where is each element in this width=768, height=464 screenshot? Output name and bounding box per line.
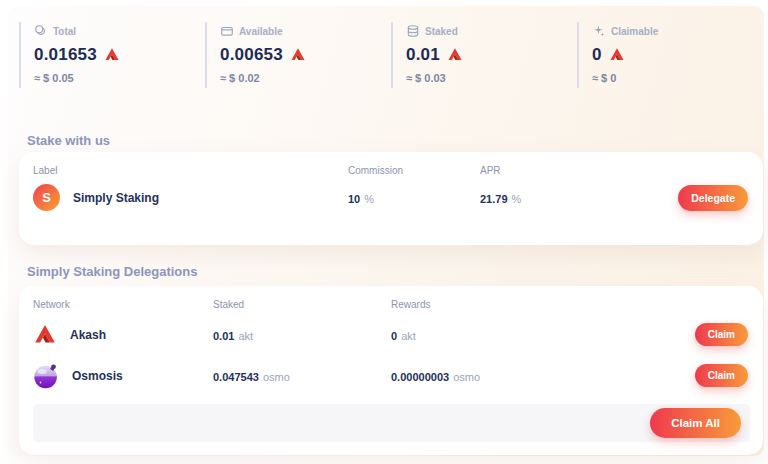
commission-unit: % (364, 193, 374, 205)
stat-card-claimable: Claimable 0 ≈ $ 0 (577, 22, 763, 88)
stat-fiat: ≈ $ 0.02 (220, 72, 385, 84)
section-title-delegations: Simply Staking Delegations (27, 264, 198, 279)
stake-with-us-panel: Label Commission APR S Simply Staking 10… (19, 152, 763, 245)
network-name: Osmosis (72, 369, 123, 383)
claim-all-bar: Claim All (33, 404, 750, 442)
stat-label: Staked (425, 26, 458, 37)
balance-stats-row: Total 0.01653 ≈ $ 0.05 Available 0.00653… (19, 22, 763, 88)
stat-value: 0.00653 (220, 45, 283, 65)
rewards-unit: osmo (453, 371, 480, 383)
staked-unit: akt (238, 330, 253, 342)
stat-fiat: ≈ $ 0.05 (34, 72, 199, 84)
validator-name: Simply Staking (73, 191, 159, 205)
delegations-panel: Network Staked Rewards Akash 0.01akt 0ak… (19, 286, 763, 455)
database-icon (406, 24, 420, 38)
rewards-unit: akt (401, 330, 416, 342)
wallet-icon (220, 24, 234, 38)
delegate-button[interactable]: Delegate (678, 185, 748, 211)
apr-unit: % (512, 193, 522, 205)
rewards-value: 0 (391, 330, 397, 342)
stat-label: Total (53, 26, 76, 37)
simply-staking-logo: S (33, 184, 60, 211)
stat-card-staked: Staked 0.01 ≈ $ 0.03 (391, 22, 577, 88)
stat-fiat: ≈ $ 0.03 (406, 72, 571, 84)
column-header-network: Network (33, 299, 213, 310)
column-header-staked: Staked (213, 299, 391, 310)
commission-value: 10 (348, 193, 360, 205)
sparkles-icon (592, 24, 606, 38)
akash-token-icon (447, 47, 463, 63)
staked-value: 0.01 (213, 330, 234, 342)
akash-token-icon (609, 47, 625, 63)
validator-row: S Simply Staking 10% 21.79% Delegate (19, 176, 763, 211)
validator-table-header: Label Commission APR (19, 152, 763, 176)
stat-card-total: Total 0.01653 ≈ $ 0.05 (19, 22, 205, 88)
column-header-rewards: Rewards (391, 299, 747, 310)
osmosis-network-logo (33, 363, 59, 389)
claim-button-akash[interactable]: Claim (695, 323, 748, 346)
delegation-row-akash: Akash 0.01akt 0akt Claim (19, 310, 763, 351)
column-header-label: Label (33, 165, 348, 176)
coins-icon (34, 24, 48, 38)
column-header-apr: APR (480, 165, 747, 176)
section-title-stake-with-us: Stake with us (27, 133, 110, 148)
claim-all-button[interactable]: Claim All (650, 408, 741, 438)
staked-unit: osmo (263, 371, 290, 383)
delegations-table-header: Network Staked Rewards (19, 286, 763, 310)
column-header-commission: Commission (348, 165, 480, 176)
stat-card-available: Available 0.00653 ≈ $ 0.02 (205, 22, 391, 88)
network-name: Akash (70, 328, 106, 342)
rewards-value: 0.00000003 (391, 371, 449, 383)
staked-value: 0.047543 (213, 371, 259, 383)
akash-token-icon (290, 47, 306, 63)
delegation-row-osmosis: Osmosis 0.047543osmo 0.00000003osmo Clai… (19, 351, 763, 392)
stat-fiat: ≈ $ 0 (592, 72, 757, 84)
apr-value: 21.79 (480, 193, 508, 205)
akash-token-icon (104, 47, 120, 63)
stat-value: 0.01653 (34, 45, 97, 65)
stat-label: Available (239, 26, 283, 37)
stat-value: 0.01 (406, 45, 440, 65)
akash-network-logo (33, 323, 57, 347)
stat-label: Claimable (611, 26, 658, 37)
claim-button-osmosis[interactable]: Claim (695, 364, 748, 387)
stat-value: 0 (592, 45, 602, 65)
